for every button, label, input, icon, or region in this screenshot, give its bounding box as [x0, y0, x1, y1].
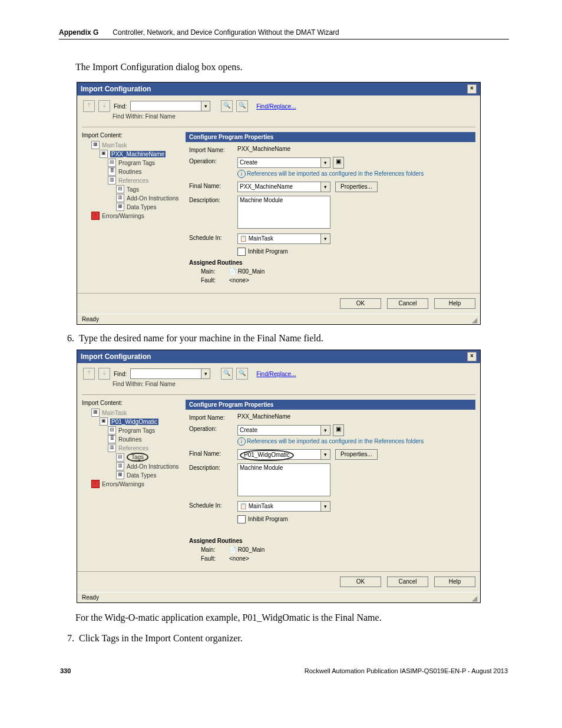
tree-item-addon[interactable]: ▥Add-On Instructions [83, 462, 181, 471]
tree-item-routines[interactable]: ≣Routines [83, 167, 181, 176]
schedule-label: Schedule In: [189, 233, 233, 241]
fault-routine-value: <none> [229, 277, 249, 284]
tree-item-program[interactable]: ▣PXX_MachineName [83, 150, 181, 159]
import-content-tree: Import Content: ▦MainTask ▣PXX_MachineNa… [82, 132, 182, 288]
tree-item-program-tags[interactable]: ▤Program Tags [83, 159, 181, 167]
dialog-title: Import Configuration [81, 353, 151, 361]
tree-item-routines[interactable]: ≣Routines [83, 435, 181, 444]
tree-item-errors[interactable]: !Errors/Warnings [83, 480, 181, 489]
tags-icon: ▤ [108, 426, 116, 434]
chevron-down-icon[interactable]: ▾ [320, 502, 330, 511]
nav-prev-icon[interactable]: ⇡ [83, 368, 95, 380]
tree-item-addon[interactable]: ▥Add-On Instructions [83, 194, 181, 203]
description-label: Description: [189, 196, 233, 203]
fault-routine-value: <none> [229, 555, 249, 562]
tree-item-errors[interactable]: !Errors/Warnings [83, 212, 181, 220]
find-label: Find: [114, 103, 127, 110]
schedule-select[interactable]: 📋 MainTask▾ [237, 233, 330, 244]
description-textarea[interactable]: Machine Module [237, 196, 330, 229]
dialog-title: Import Configuration [81, 85, 151, 93]
fault-routine-label: Fault: [201, 277, 222, 284]
nav-next-icon[interactable]: ⇣ [98, 100, 110, 112]
routines-icon: ≣ [108, 167, 116, 176]
properties-button[interactable]: Properties... [335, 182, 378, 192]
dialog-footer: OK Cancel Help [77, 293, 480, 314]
dialog-footer: OK Cancel Help [77, 571, 480, 592]
final-name-input[interactable]: P01_WidgOmatic▾ [237, 449, 330, 460]
ok-button[interactable]: OK [340, 577, 381, 587]
operation-label: Operation: [189, 424, 233, 432]
help-button[interactable]: Help [434, 577, 475, 587]
inhibit-checkbox[interactable] [237, 515, 246, 523]
final-name-input[interactable]: PXX_MachineName▾ [237, 182, 330, 192]
cancel-button[interactable]: Cancel [387, 577, 428, 587]
cancel-button[interactable]: Cancel [387, 298, 428, 309]
tree-heading: Import Content: [82, 400, 182, 406]
titlebar: Import Configuration × [77, 83, 480, 95]
tree-item-datatypes[interactable]: ▦Data Types [83, 471, 181, 480]
properties-button[interactable]: Properties... [335, 449, 378, 460]
resize-grip-icon[interactable]: ◢ [472, 316, 479, 323]
schedule-select[interactable]: 📋 MainTask▾ [237, 501, 330, 512]
find-input[interactable]: ▾ [130, 101, 210, 111]
inhibit-checkbox[interactable] [237, 248, 246, 256]
help-button[interactable]: Help [434, 298, 475, 309]
step-6: 6. Type the desired name for your machin… [65, 333, 509, 344]
chevron-down-icon[interactable]: ▾ [320, 158, 330, 167]
addon-icon: ▥ [116, 194, 124, 202]
tree-item-maintask[interactable]: ▦MainTask [83, 409, 181, 417]
operation-note: iReferences will be imported as configur… [237, 170, 424, 178]
chevron-down-icon[interactable]: ▾ [201, 101, 210, 111]
operation-extra-button[interactable]: ▣ [333, 157, 344, 169]
find-next-icon[interactable]: 🔍 [221, 100, 233, 112]
chapter-title: Controller, Network, and Device Configur… [113, 28, 339, 37]
inhibit-label: Inhibit Program [248, 248, 288, 255]
find-prev-icon[interactable]: 🔍 [236, 368, 248, 380]
find-prev-icon[interactable]: 🔍 [236, 100, 248, 112]
ok-button[interactable]: OK [340, 298, 381, 309]
datatype-icon: ▦ [116, 203, 124, 211]
nav-prev-icon[interactable]: ⇡ [83, 100, 95, 112]
find-replace-link[interactable]: Find/Replace... [256, 103, 296, 110]
step-text: Type the desired name for your machine i… [79, 333, 323, 344]
find-input[interactable]: ▾ [130, 368, 210, 379]
resize-grip-icon[interactable]: ◢ [472, 594, 479, 601]
chevron-down-icon[interactable]: ▾ [320, 182, 330, 192]
nav-next-icon[interactable]: ⇣ [98, 368, 110, 380]
tree-item-datatypes[interactable]: ▦Data Types [83, 203, 181, 212]
operation-select[interactable]: Create▾ [237, 425, 330, 436]
final-name-label: Final Name: [189, 449, 233, 457]
import-configuration-dialog-1: Import Configuration × ⇡ ⇣ Find: ▾ 🔍 🔍 F… [77, 82, 481, 325]
chevron-down-icon[interactable]: ▾ [320, 426, 330, 435]
chevron-down-icon[interactable]: ▾ [320, 450, 330, 459]
main-routine-value: 📄 R00_Main [229, 268, 265, 275]
chevron-down-icon[interactable]: ▾ [320, 234, 330, 243]
tree-item-tags[interactable]: ▤Tags [83, 453, 181, 462]
import-content-tree: Import Content: ▦MainTask ▣P01_WidgOmati… [82, 400, 182, 566]
tree-item-references[interactable]: ▥References [83, 176, 181, 185]
find-next-icon[interactable]: 🔍 [221, 368, 233, 380]
main-routine-label: Main: [201, 546, 222, 553]
assigned-routines-heading: Assigned Routines [189, 538, 472, 544]
tree-item-program-tags[interactable]: ▤Program Tags [83, 426, 181, 435]
tree-item-tags[interactable]: ▤Tags [83, 185, 181, 194]
divider [82, 127, 475, 127]
find-replace-link[interactable]: Find/Replace... [256, 371, 296, 377]
description-textarea[interactable]: Machine Module [237, 463, 330, 496]
final-name-label: Final Name: [189, 182, 233, 189]
tree-item-program[interactable]: ▣P01_WidgOmatic [83, 417, 181, 426]
import-name-value: PXX_MachineName [237, 146, 290, 152]
task-icon: ▦ [91, 141, 100, 149]
assigned-routines-heading: Assigned Routines [189, 259, 472, 266]
tree-item-maintask[interactable]: ▦MainTask [83, 141, 181, 150]
main-routine-value: 📄 R00_Main [229, 546, 265, 553]
operation-select[interactable]: Create▾ [237, 157, 330, 168]
page-number: 330 [60, 667, 71, 674]
tree-item-references[interactable]: ▥References [83, 444, 181, 453]
chevron-down-icon[interactable]: ▾ [201, 369, 210, 378]
close-icon[interactable]: × [467, 352, 477, 361]
import-configuration-dialog-2: Import Configuration × ⇡ ⇣ Find: ▾ 🔍 🔍 F… [77, 350, 481, 603]
operation-extra-button[interactable]: ▣ [333, 424, 344, 436]
close-icon[interactable]: × [467, 84, 477, 94]
routines-icon: ≣ [108, 435, 116, 443]
